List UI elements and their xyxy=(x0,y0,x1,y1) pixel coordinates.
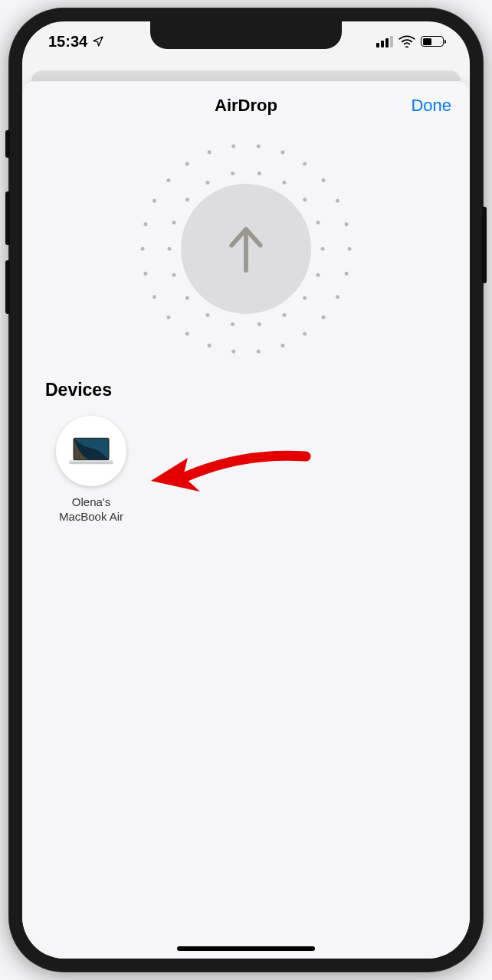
svg-rect-2 xyxy=(69,460,113,462)
radar-dots xyxy=(139,142,353,356)
volume-down-button xyxy=(5,260,10,314)
done-button[interactable]: Done xyxy=(411,81,451,129)
status-left: 15:34 xyxy=(48,33,104,51)
wifi-icon xyxy=(399,35,415,47)
notch xyxy=(150,21,342,49)
status-time: 15:34 xyxy=(48,33,87,51)
airdrop-sheet: AirDrop Done Devices xyxy=(22,81,470,959)
screen: 15:34 AirDrop Done xyxy=(22,21,470,959)
devices-section-title: Devices xyxy=(45,380,470,400)
phone-frame: 15:34 AirDrop Done xyxy=(8,8,484,972)
airdrop-radar xyxy=(22,130,470,368)
power-button xyxy=(482,207,487,283)
annotation-arrow xyxy=(145,443,313,511)
battery-icon xyxy=(421,36,444,47)
sheet-title: AirDrop xyxy=(215,96,277,116)
device-avatar xyxy=(56,416,126,486)
device-label: Olena's MacBook Air xyxy=(45,495,137,524)
laptop-icon xyxy=(67,435,115,467)
home-indicator[interactable] xyxy=(177,946,315,951)
location-icon xyxy=(92,35,104,47)
volume-up-button xyxy=(5,191,10,245)
cellular-icon xyxy=(376,36,393,47)
airdrop-device[interactable]: Olena's MacBook Air xyxy=(45,416,137,524)
mute-switch xyxy=(5,130,10,158)
sheet-header: AirDrop Done xyxy=(22,81,470,130)
status-right xyxy=(376,35,444,47)
